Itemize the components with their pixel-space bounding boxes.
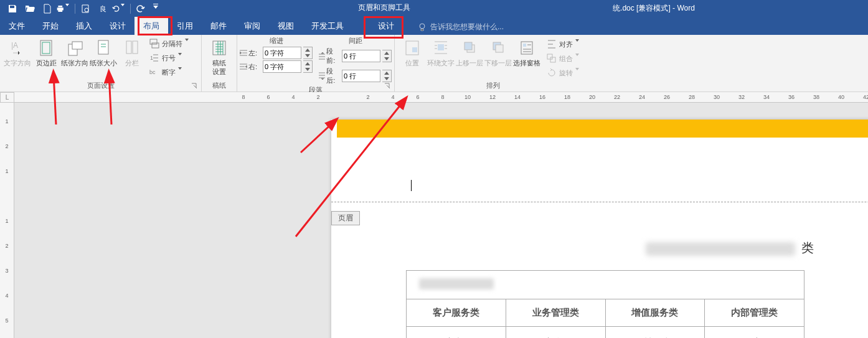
indent-right-input[interactable] [263,60,301,73]
tab-layout[interactable]: 布局 [134,17,168,35]
svg-rect-24 [523,44,526,47]
rotate-button[interactable]: 旋转 [544,66,588,80]
svg-rect-26 [550,57,555,62]
manuscript-settings-button[interactable]: 稿纸 设置 [205,36,233,81]
columns-icon [125,39,139,57]
columns-button[interactable]: 分栏 [118,36,146,81]
line-numbers-button[interactable]: 1行号 [147,51,197,65]
margins-button[interactable]: 页边距 [32,36,60,81]
tab-insert[interactable]: 插入 [67,17,101,35]
undo-button[interactable] [111,0,129,17]
svg-rect-11 [150,39,157,44]
contextual-title: 页眉和页脚工具 [352,0,417,16]
tab-design[interactable]: 设计 [101,17,134,35]
table-cell: 1、安全管理 [506,327,605,339]
orientation-button[interactable]: 纸张方向 [61,36,88,81]
qat-customize[interactable] [149,0,167,17]
table-cell: 1、房产管理 [407,327,506,339]
wrap-icon [433,40,448,56]
svg-rect-9 [126,41,131,54]
group-arrange: 位置 环绕文字 上移一层 下移一层 选择窗格 对齐 组合 旋转 [395,35,592,92]
spacing-after-spinner[interactable] [382,70,392,82]
tab-developer[interactable]: 开发工具 [303,17,352,35]
size-button[interactable]: 纸张大小 [90,36,117,81]
quick-print-button[interactable] [56,0,73,17]
tab-references[interactable]: 引用 [168,17,202,35]
text-cursor [411,180,412,191]
svg-rect-10 [133,41,138,54]
document-page[interactable]: 页眉 类 客户服务类 业务管理类 增值服务类 内部管理类 1、房产管理 1、安全… [331,120,868,338]
bring-forward-button[interactable]: 上移一层 [456,36,483,81]
selection-pane-button[interactable]: 选择窗格 [513,36,540,81]
horizontal-ruler[interactable]: 8642246810121416182022242628303234363840… [14,92,868,103]
svg-rect-5 [42,42,50,54]
new-button[interactable] [39,0,56,17]
paragraph-launcher[interactable] [384,82,393,90]
rotate-icon [547,68,557,78]
spelling-button[interactable]: 良 [94,0,111,17]
tell-me-search[interactable]: 告诉我您想要做什么... [413,19,509,35]
save-button[interactable] [4,0,21,17]
spacing-after-input[interactable] [342,70,380,82]
indent-right-icon [240,63,247,70]
svg-rect-12 [152,43,159,48]
ribbon-tabs: 文件 开始 插入 设计 布局 引用 邮件 审阅 视图 开发工具 设计 告诉我您想… [0,17,868,35]
orientation-icon [66,39,83,57]
tab-contextual-design[interactable]: 设计 [364,17,408,35]
group-button[interactable]: 组合 [544,52,588,65]
doc-title: 类 [406,240,868,256]
svg-rect-20 [465,42,472,50]
spacing-before-icon [319,52,325,60]
svg-rect-25 [547,54,552,59]
header-orange-bar [337,120,868,138]
send-backward-button[interactable]: 下移一层 [484,36,512,81]
tab-view[interactable]: 视图 [269,17,303,35]
tab-review[interactable]: 审阅 [235,17,269,35]
document-title: 统.doc [兼容模式] - Word [529,3,778,14]
table-cell: 1、社区文化 [605,327,705,339]
vertical-ruler[interactable]: 12112345678101112131415 [0,103,14,338]
header-area[interactable] [331,138,868,202]
hyphenation-button[interactable]: bc断字 [147,65,197,79]
open-button[interactable] [21,0,39,17]
svg-rect-15 [213,41,225,55]
lightbulb-icon [418,23,427,32]
group-paragraph: 缩进 左: 右: 间距 段前: [237,35,395,92]
indent-left-spinner[interactable] [303,47,313,59]
table-header: 业务管理类 [506,299,605,327]
text-direction-button[interactable]: |A 文字方向 [4,36,31,81]
align-button[interactable]: 对齐 [544,37,588,51]
indent-right-spinner[interactable] [303,60,313,73]
spacing-before-spinner[interactable] [382,50,392,62]
breaks-button[interactable]: 分隔符 [147,37,197,50]
print-preview-button[interactable] [77,0,94,17]
tab-mailings[interactable]: 邮件 [202,17,235,35]
position-button[interactable]: 位置 [399,36,426,81]
wrap-text-button[interactable]: 环绕文字 [427,36,455,81]
tab-file[interactable]: 文件 [0,17,34,35]
svg-rect-23 [521,42,532,54]
align-icon [547,39,557,49]
hyphenation-icon: bc [149,67,159,77]
table-header: 客户服务类 [407,299,506,327]
ruler-corner[interactable]: L [0,92,14,103]
svg-text:|A: |A [11,41,18,50]
svg-rect-8 [98,40,108,54]
text-direction-icon: |A [10,39,25,57]
spacing-before-input[interactable] [342,50,380,62]
page-setup-launcher[interactable] [191,82,200,90]
forward-icon [462,40,477,56]
svg-rect-18 [438,44,444,50]
svg-text:良: 良 [100,5,106,12]
page-size-icon [96,39,111,57]
tab-home[interactable]: 开始 [34,17,67,35]
position-icon [405,40,420,56]
svg-text:bc: bc [149,69,156,75]
indent-left-input[interactable] [263,47,301,59]
svg-point-2 [420,24,425,29]
backward-icon [491,40,506,56]
header-tag: 页眉 [331,211,360,225]
group-page-setup: |A 文字方向 页边距 纸张方向 纸张大小 分栏 分隔符 1行号 [0,35,202,92]
table-cell: 1、仓库管理 [705,327,804,339]
redo-button[interactable] [132,0,149,17]
